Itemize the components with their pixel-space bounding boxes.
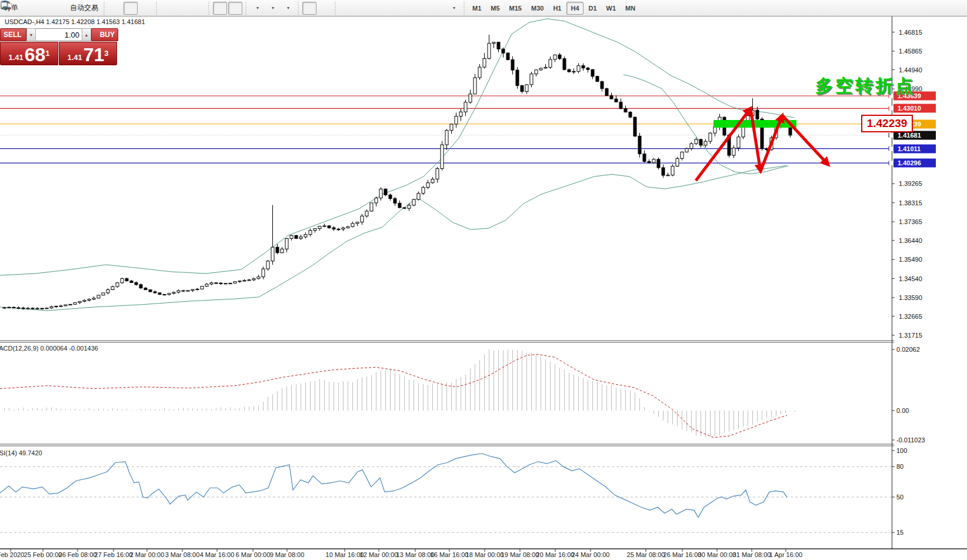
timeframe-m5-button[interactable]: M5 — [486, 2, 503, 15]
volume-increase-button[interactable]: ▲ — [82, 28, 91, 41]
sell-label: SELL — [4, 31, 22, 39]
rsi-axis-label: 80 — [896, 463, 903, 470]
chart-shift-button[interactable] — [228, 2, 242, 15]
templates-button[interactable]: ▾ — [281, 2, 295, 15]
toolbar-separator — [334, 2, 338, 15]
vertical-line-tool-button[interactable] — [339, 2, 354, 15]
zoom-in-button[interactable] — [161, 2, 175, 15]
chevron-down-icon: ▾ — [256, 5, 259, 11]
toolbar-separator — [155, 2, 159, 15]
price-level-tag: 1.42239 — [861, 115, 913, 132]
timeframe-h1-button[interactable]: H1 — [549, 2, 565, 15]
price-level-badge: 1.43010 — [893, 104, 936, 113]
date-axis-label: 2 Mar 00:00 — [130, 551, 165, 558]
date-axis-label: 13 Mar 08:00 — [396, 551, 435, 558]
date-axis-label: 31 Mar 08:00 — [733, 551, 771, 558]
timeframe-group: M1M5M15M30H1H4D1W1MN — [468, 2, 640, 15]
timeframe-m1-button[interactable]: M1 — [468, 2, 485, 15]
zoom-out-button[interactable] — [176, 2, 190, 15]
profile-button[interactable] — [37, 2, 51, 15]
y-axis-label: 1.46815 — [899, 29, 922, 36]
y-axis-label: 1.45865 — [899, 48, 922, 55]
timeframe-h4-button[interactable]: H4 — [566, 2, 583, 15]
y-axis-label: 1.31715 — [899, 332, 922, 339]
volume-decrease-button[interactable]: ▼ — [26, 28, 36, 41]
y-axis-label: 1.32665 — [899, 313, 922, 320]
arrows-tool-button[interactable]: ▾ — [446, 2, 461, 15]
horizontal-line-tool-button[interactable] — [355, 2, 369, 15]
toolbar: 订单 自动交易 ▾ ▾ — [0, 0, 967, 16]
toolbar-separator — [102, 2, 106, 15]
autotrade-label: 自动交易 — [70, 3, 98, 13]
quote-ohlc-line: USDCAD-,H4 1.42175 1.42208 1.41563 1.416… — [5, 18, 145, 25]
y-axis-label: 1.33590 — [899, 294, 922, 301]
crosshair-tool-button[interactable] — [318, 2, 332, 15]
timeframe-mn-button[interactable]: MN — [621, 2, 639, 15]
toolbar-separator — [207, 2, 211, 15]
rsi-indicator-label: RSI(14) 49.7420 — [0, 449, 42, 456]
date-axis-label: 10 Mar 16:00 — [326, 551, 364, 558]
channel-tool-button[interactable]: E — [385, 2, 399, 15]
volume-input[interactable] — [36, 29, 82, 41]
date-axis-label: 4 Mar 16:00 — [200, 551, 235, 558]
add-indicator-button[interactable]: ▾ — [250, 2, 264, 15]
sell-price-button[interactable]: 1.41 68 1 — [0, 42, 58, 65]
y-axis-label: 1.35490 — [899, 256, 922, 263]
rsi-axis-label: 50 — [896, 494, 903, 501]
search-button[interactable] — [936, 2, 950, 15]
sell-price-pip: 1 — [45, 44, 49, 64]
bar-chart-mode-button[interactable] — [108, 2, 122, 15]
timeframe-w1-button[interactable]: W1 — [602, 2, 621, 15]
sell-label-button[interactable]: SELL — [0, 28, 26, 41]
toolbar-separator — [244, 2, 248, 15]
line-chart-mode-button[interactable] — [139, 2, 153, 15]
sell-price-main: 68 — [25, 46, 46, 64]
timeframe-m15-button[interactable]: M15 — [505, 2, 526, 15]
date-axis-label: 24 Mar 00:00 — [572, 551, 610, 558]
y-axis-label: 1.38315 — [899, 199, 922, 206]
buy-price-pip: 3 — [104, 44, 108, 64]
market-watch-button[interactable] — [22, 2, 36, 15]
macd-indicator-label: MACD(12,26,9) 0.000064 -0.001436 — [0, 345, 98, 352]
date-axis-label: 18 Mar 00:00 — [466, 551, 504, 558]
sell-price-prefix: 1.41 — [8, 52, 23, 64]
date-axis-label: 16 Mar 16:00 — [431, 551, 469, 558]
chevron-down-icon: ▾ — [287, 5, 289, 11]
y-axis-label: 1.36440 — [899, 237, 922, 244]
buy-label-button[interactable]: BUY — [91, 28, 118, 41]
auto-scroll-button[interactable] — [213, 2, 227, 15]
price-level-badge: 1.40296 — [893, 159, 936, 168]
date-axis-label: Feb 2020 — [0, 551, 24, 558]
date-axis-label: 25 Mar 08:00 — [627, 551, 665, 558]
buy-price-button[interactable]: 1.41 71 3 — [59, 42, 117, 65]
periods-button[interactable]: ▾ — [265, 2, 279, 15]
one-click-trading-panel: SELL ▼ ▲ BUY 1.41 68 1 1.41 71 3 — [0, 28, 118, 65]
macd-axis-label: 0.02062 — [896, 346, 920, 353]
y-axis-label: 1.39265 — [899, 180, 922, 187]
chat-button[interactable] — [951, 2, 965, 15]
date-axis-label: 20 Mar 16:00 — [536, 551, 575, 558]
buy-price-prefix: 1.41 — [67, 52, 82, 64]
toolbar-separator — [296, 2, 301, 15]
signals-button[interactable] — [52, 2, 66, 15]
price-level-badge: 1.41011 — [893, 144, 936, 153]
timeframe-m30-button[interactable]: M30 — [527, 2, 548, 15]
text-tool-button[interactable]: A — [416, 2, 430, 15]
autotrade-button[interactable]: 自动交易 — [68, 2, 101, 15]
date-axis-label: 26 Mar 16:00 — [663, 551, 702, 558]
rsi-axis-label: 100 — [896, 447, 907, 454]
date-axis-label: 12 Mar 00:00 — [360, 551, 398, 558]
cursor-tool-button[interactable] — [302, 2, 316, 15]
candlestick-mode-button[interactable] — [124, 2, 138, 15]
date-axis-label: 1 Apr 16:00 — [769, 551, 802, 558]
buy-label: BUY — [100, 31, 115, 39]
macd-axis-label: 0.00 — [896, 407, 909, 414]
text-label-tool-button[interactable]: T — [431, 2, 445, 15]
fibonacci-tool-button[interactable]: F — [401, 2, 415, 15]
date-axis-label: 9 Mar 08:00 — [270, 551, 305, 558]
tile-windows-button[interactable] — [191, 2, 205, 15]
timeframe-d1-button[interactable]: D1 — [585, 2, 601, 15]
buy-price-main: 71 — [84, 46, 105, 64]
y-axis-label: 1.37365 — [899, 218, 922, 225]
trendline-tool-button[interactable] — [370, 2, 384, 15]
